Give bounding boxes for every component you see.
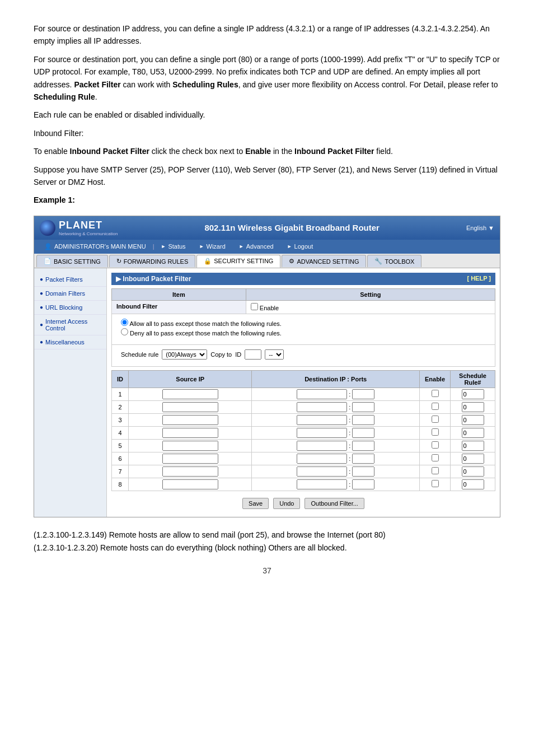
copy-to-input[interactable] <box>245 349 261 360</box>
dest-ip-input[interactable] <box>297 466 347 477</box>
col-item: Item <box>112 288 246 300</box>
colon-separator: : <box>349 468 350 475</box>
dest-ip-input[interactable] <box>297 454 347 464</box>
schedule-rule-input[interactable] <box>462 389 484 399</box>
dest-port-input[interactable] <box>352 454 374 464</box>
row-enable-checkbox[interactable] <box>432 390 439 397</box>
source-ip-input[interactable] <box>162 415 218 425</box>
tab-forwarding-rules[interactable]: ↻ FORWARDING RULES <box>109 255 196 267</box>
tab-toolbox[interactable]: 🔧 TOOLBOX <box>367 255 421 267</box>
schedule-rule-input[interactable] <box>462 402 484 412</box>
router-main: ▶ Inbound Packet Filter [ HELP ] Item Se… <box>107 268 500 517</box>
nav-admin[interactable]: 👤 ADMINISTRATOR's MAIN MENU <box>38 241 153 253</box>
table-row: 3 : <box>112 413 495 426</box>
radio-allow[interactable] <box>121 319 128 326</box>
row-dest: : <box>252 452 420 465</box>
table-row: 7 : <box>112 465 495 478</box>
logo-text-block: PLANET Networking & Communication <box>59 220 118 236</box>
router-sidebar: ● Packet Filters ● Domain Filters ● URL … <box>34 268 107 517</box>
sidebar-item-miscellaneous[interactable]: ● Miscellaneous <box>34 335 106 349</box>
row-enable-checkbox[interactable] <box>432 428 439 436</box>
dest-ip-input[interactable] <box>297 441 347 451</box>
arrow-select[interactable]: -- <box>265 349 284 360</box>
schedule-rule-input[interactable] <box>462 441 484 451</box>
enable-checkbox[interactable] <box>251 303 258 310</box>
language-selector[interactable]: English ▼ <box>466 225 494 231</box>
row-id: 5 <box>112 439 129 452</box>
source-ip-input[interactable] <box>162 454 218 464</box>
intro-example: Example 1: <box>34 194 500 206</box>
row-dest: : <box>252 465 420 478</box>
row-enable-checkbox[interactable] <box>432 441 439 449</box>
sidebar-item-internet-access[interactable]: ● Internet Access Control <box>34 315 106 335</box>
schedule-rule-input[interactable] <box>462 415 484 425</box>
tab-advanced-setting[interactable]: ⚙ ADVANCED SETTING <box>282 255 366 267</box>
nav-status[interactable]: ► Status <box>154 241 193 252</box>
undo-button[interactable]: Undo <box>273 498 300 509</box>
bullet-icon: ● <box>40 339 43 345</box>
filter-options-cell: Allow all to pass except those match the… <box>112 314 495 344</box>
row-source <box>129 452 252 465</box>
schedule-rule-input[interactable] <box>462 479 484 489</box>
dest-port-input[interactable] <box>352 389 374 399</box>
dest-port-input[interactable] <box>352 402 374 412</box>
bullet-icon: ● <box>40 276 43 282</box>
row-dest: : <box>252 426 420 439</box>
source-ip-input[interactable] <box>162 479 218 489</box>
outbound-filter-button[interactable]: Outbound Filter... <box>305 498 364 509</box>
schedule-select[interactable]: (00)Always <box>162 349 207 360</box>
radio-deny[interactable] <box>121 328 128 335</box>
row-enable-checkbox[interactable] <box>432 454 439 461</box>
colon-separator: : <box>349 391 350 398</box>
help-link[interactable]: [ HELP ] <box>467 275 491 283</box>
row-dest: : <box>252 439 420 452</box>
dest-ip-input[interactable] <box>297 428 347 438</box>
advanced-icon: ⚙ <box>289 258 294 265</box>
nav-wizard[interactable]: ► Wizard <box>193 241 232 252</box>
row-enable-checkbox[interactable] <box>432 403 439 410</box>
basic-setting-icon: 📄 <box>44 258 51 265</box>
dest-port-input[interactable] <box>352 466 374 477</box>
dest-ip-input[interactable] <box>297 415 347 425</box>
source-ip-input[interactable] <box>162 466 218 477</box>
source-ip-input[interactable] <box>162 389 218 399</box>
dest-port-input[interactable] <box>352 415 374 425</box>
row-enable-checkbox[interactable] <box>432 467 439 474</box>
logo-brand: PLANET <box>59 220 118 231</box>
nav-logout[interactable]: ► Logout <box>280 241 320 252</box>
colon-separator: : <box>349 442 350 449</box>
source-ip-input[interactable] <box>162 428 218 438</box>
dest-port-input[interactable] <box>352 479 374 489</box>
dest-port-input[interactable] <box>352 441 374 451</box>
nav-advanced[interactable]: ► Advanced <box>232 241 280 252</box>
dest-ip-input[interactable] <box>297 479 347 489</box>
table-row: 1 : <box>112 388 495 400</box>
row-enable-checkbox[interactable] <box>432 416 439 423</box>
row-enable-checkbox[interactable] <box>432 480 439 487</box>
tab-security-setting[interactable]: 🔒 SECURITY SETTING <box>196 255 280 268</box>
dest-port-input[interactable] <box>352 428 374 438</box>
schedule-rule-input[interactable] <box>462 466 484 477</box>
copy-to-label: Copy to <box>210 351 232 358</box>
dest-ip-input[interactable] <box>297 389 347 399</box>
row-dest: : <box>252 388 420 400</box>
arrow-icon-advanced: ► <box>239 244 244 249</box>
sidebar-item-packet-filters[interactable]: ● Packet Filters <box>34 273 106 287</box>
schedule-rule-input[interactable] <box>462 428 484 438</box>
intro-para3: Each rule can be enabled or disabled ind… <box>34 109 500 121</box>
planet-logo-icon <box>40 220 55 236</box>
save-button[interactable]: Save <box>242 498 269 509</box>
colon-separator: : <box>349 417 350 423</box>
schedule-rule-input[interactable] <box>462 454 484 464</box>
bullet-icon: ● <box>40 321 43 328</box>
dest-ip-input[interactable] <box>297 402 347 412</box>
sidebar-item-domain-filters[interactable]: ● Domain Filters <box>34 287 106 301</box>
row-id: 2 <box>112 400 129 413</box>
source-ip-input[interactable] <box>162 402 218 412</box>
tab-basic-setting[interactable]: 📄 BASIC SETTING <box>36 255 108 267</box>
row-enable <box>420 400 451 413</box>
source-ip-input[interactable] <box>162 441 218 451</box>
sidebar-item-url-blocking[interactable]: ● URL Blocking <box>34 301 106 315</box>
router-logo: PLANET Networking & Communication <box>40 220 118 236</box>
row-schedule <box>451 388 495 400</box>
